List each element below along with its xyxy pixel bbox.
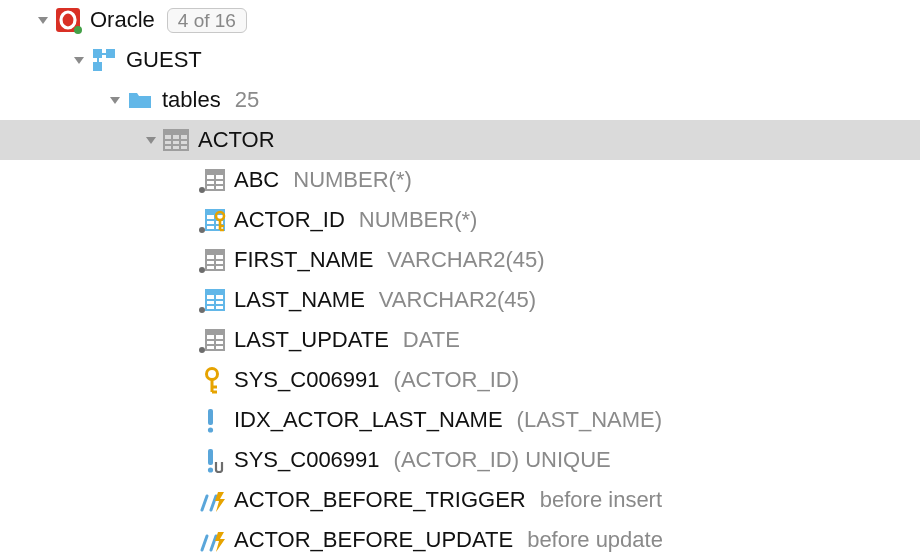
key-icon <box>198 366 226 394</box>
column-key-icon <box>198 206 226 234</box>
index-icon <box>198 406 226 434</box>
index-unique-icon <box>198 446 226 474</box>
db-connection-row[interactable]: Oracle4 of 16 <box>0 0 920 40</box>
child-label: FIRST_NAME <box>234 249 373 271</box>
child-label: ACTOR_BEFORE_UPDATE <box>234 529 513 551</box>
table-child-row[interactable]: SYS_C006991(ACTOR_ID) UNIQUE <box>0 440 920 480</box>
tables-folder-label: tables <box>162 89 221 111</box>
child-meta: NUMBER(*) <box>293 169 412 191</box>
column-dot-icon <box>198 326 226 354</box>
table-child-row[interactable]: LAST_NAMEVARCHAR2(45) <box>0 280 920 320</box>
child-label: LAST_UPDATE <box>234 329 389 351</box>
table-child-row[interactable]: ACTOR_BEFORE_UPDATEbefore update <box>0 520 920 556</box>
child-label: SYS_C006991 <box>234 449 380 471</box>
tables-folder-row[interactable]: tables25 <box>0 80 920 120</box>
child-meta: VARCHAR2(45) <box>387 249 544 271</box>
table-icon <box>162 126 190 154</box>
expand-arrow-icon[interactable] <box>104 93 126 107</box>
child-label: ACTOR_BEFORE_TRIGGER <box>234 489 526 511</box>
schema-label: GUEST <box>126 49 202 71</box>
table-child-row[interactable]: ACTOR_IDNUMBER(*) <box>0 200 920 240</box>
schema-row[interactable]: GUEST <box>0 40 920 80</box>
column-blue-icon <box>198 286 226 314</box>
child-label: ABC <box>234 169 279 191</box>
expand-arrow-icon[interactable] <box>140 133 162 147</box>
trigger-icon <box>198 526 226 554</box>
table-child-row[interactable]: ACTOR_BEFORE_TRIGGERbefore insert <box>0 480 920 520</box>
table-child-row[interactable]: SYS_C006991(ACTOR_ID) <box>0 360 920 400</box>
child-label: IDX_ACTOR_LAST_NAME <box>234 409 503 431</box>
child-meta: NUMBER(*) <box>359 209 478 231</box>
child-meta: before update <box>527 529 663 551</box>
child-meta: before insert <box>540 489 662 511</box>
child-meta: (ACTOR_ID) UNIQUE <box>394 449 611 471</box>
expand-arrow-icon[interactable] <box>68 53 90 67</box>
child-label: SYS_C006991 <box>234 369 380 391</box>
connection-count-badge: 4 of 16 <box>167 8 247 33</box>
table-row[interactable]: ACTOR <box>0 120 920 160</box>
table-child-row[interactable]: IDX_ACTOR_LAST_NAME(LAST_NAME) <box>0 400 920 440</box>
child-meta: (LAST_NAME) <box>517 409 662 431</box>
schema-icon <box>90 46 118 74</box>
child-meta: DATE <box>403 329 460 351</box>
folder-icon <box>126 86 154 114</box>
oracle-icon <box>54 6 82 34</box>
table-child-row[interactable]: ABCNUMBER(*) <box>0 160 920 200</box>
child-label: ACTOR_ID <box>234 209 345 231</box>
tables-count: 25 <box>235 89 259 111</box>
column-dot-icon <box>198 166 226 194</box>
child-meta: (ACTOR_ID) <box>394 369 520 391</box>
child-meta: VARCHAR2(45) <box>379 289 536 311</box>
expand-arrow-icon[interactable] <box>32 13 54 27</box>
db-connection-label: Oracle <box>90 9 155 31</box>
trigger-icon <box>198 486 226 514</box>
table-label: ACTOR <box>198 129 275 151</box>
table-child-row[interactable]: LAST_UPDATEDATE <box>0 320 920 360</box>
column-dot-icon <box>198 246 226 274</box>
child-label: LAST_NAME <box>234 289 365 311</box>
table-child-row[interactable]: FIRST_NAMEVARCHAR2(45) <box>0 240 920 280</box>
